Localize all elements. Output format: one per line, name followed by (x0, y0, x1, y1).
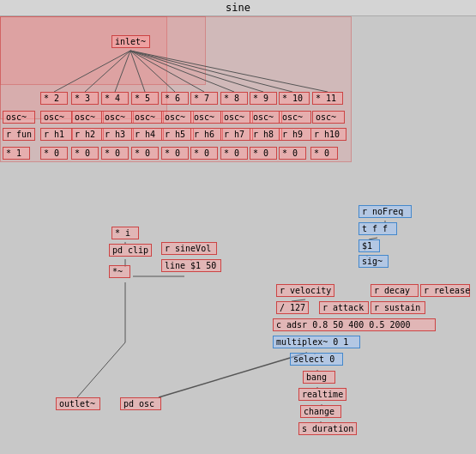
r-decay-box: r decay (371, 284, 419, 297)
n127-box: / 127 (276, 301, 309, 314)
svg-line-25 (159, 353, 307, 397)
rh10-box: r h10 (310, 128, 346, 141)
mul-tilde-box: *~ (109, 265, 130, 278)
mul8-box: * 8 (220, 92, 248, 105)
mul3-box: * 3 (71, 92, 99, 105)
dollar1-box: $1 (359, 239, 380, 252)
mul5-box: * 5 (131, 92, 159, 105)
s-duration-box: s duration (298, 422, 357, 435)
line-cmd-box: line $1 50 (161, 259, 221, 272)
mulz4-box: * 0 (131, 147, 159, 160)
svg-line-15 (77, 342, 125, 397)
window-title: sine (226, 2, 250, 14)
mulz9-box: * 0 (279, 147, 306, 160)
mul9-box: * 9 (250, 92, 277, 105)
osc10-box: osc~ (279, 111, 311, 124)
r-fun-box: r fun (3, 128, 35, 141)
outlet-box: outlet~ (56, 397, 100, 410)
osc4-box: osc~ (101, 111, 134, 124)
osc6-box: osc~ (161, 111, 194, 124)
patch-canvas: inlet~ osc~ r fun * 1 * 2 * 3 * 4 * 5 * … (0, 16, 476, 453)
mul6-box: * 6 (161, 92, 189, 105)
mul1-box: * 1 (3, 147, 30, 160)
rh7-box: r h7 (220, 128, 253, 141)
mulz1-box: * 0 (40, 147, 68, 160)
select0-box: select 0 (290, 353, 343, 366)
r-release-box: r release (420, 284, 470, 297)
r-sustain-box: r sustain (371, 301, 425, 314)
mul11-box: * 11 (312, 92, 343, 105)
mulz5-box: * 0 (161, 147, 189, 160)
pd-osc-box: pd osc (120, 397, 161, 410)
change-box: change (300, 405, 341, 418)
mulz3-box: * 0 (101, 147, 129, 160)
osc-left-box: osc~ (3, 111, 35, 124)
realtime-box: realtime (298, 388, 346, 401)
t-ff-box: t f f (359, 222, 397, 235)
osc8-box: osc~ (220, 111, 253, 124)
rh8-box: r h8 (250, 128, 282, 141)
mul10-box: * 10 (279, 92, 310, 105)
r-attack-box: r attack (319, 301, 369, 314)
osc11-box: osc~ (312, 111, 345, 124)
r-sinevol-box: r sineVol (161, 242, 217, 255)
mul2-box: * 2 (40, 92, 68, 105)
rh6-box: r h6 (190, 128, 223, 141)
osc3-box: osc~ (71, 111, 104, 124)
osc5-box: osc~ (131, 111, 164, 124)
sig-tilde-box: sig~ (359, 255, 389, 268)
mul7-box: * 7 (190, 92, 218, 105)
r-velocity-box: r velocity (276, 284, 334, 297)
mulz2-box: * 0 (71, 147, 99, 160)
rh3-box: r h3 (101, 128, 134, 141)
mul4-box: * 4 (101, 92, 129, 105)
mulz6-box: * 0 (190, 147, 218, 160)
bang-box[interactable]: bang (303, 371, 335, 384)
pd-clip-box: pd clip (109, 244, 152, 257)
inlet-box: inlet~ (111, 35, 150, 48)
r-nofreq-box: r noFreq (359, 205, 412, 218)
multiplex-box: multiplex~ 0 1 (273, 336, 360, 348)
rh4-box: r h4 (131, 128, 164, 141)
title-bar: sine (0, 0, 476, 16)
rh5-box: r h5 (161, 128, 194, 141)
osc9-box: osc~ (250, 111, 282, 124)
rh9-box: r h9 (279, 128, 311, 141)
mulz10-box: * 0 (310, 147, 338, 160)
c-adsr-box: c adsr 0.8 50 400 0.5 2000 (273, 318, 436, 331)
rh2-box: r h2 (71, 128, 104, 141)
osc7-box: osc~ (190, 111, 223, 124)
mulz8-box: * 0 (250, 147, 277, 160)
rh1-box: r h1 (40, 128, 73, 141)
muli-box: * i (111, 227, 139, 239)
mulz7-box: * 0 (220, 147, 248, 160)
osc2-box: osc~ (40, 111, 73, 124)
